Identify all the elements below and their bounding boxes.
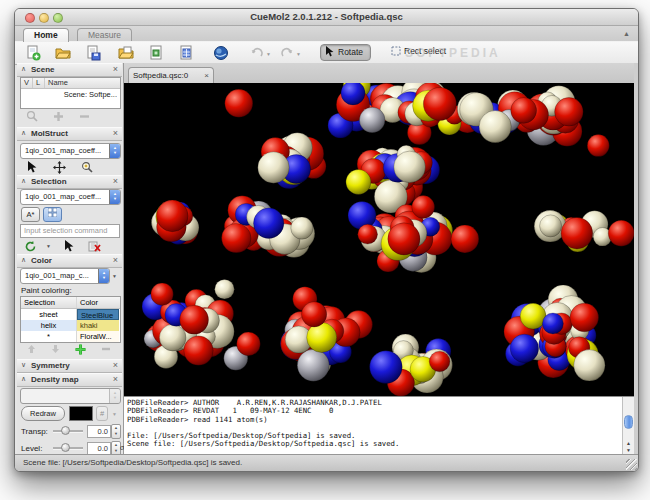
scroll-down-icon[interactable]: ▼ (623, 447, 634, 453)
density-dropdown[interactable]: ▲▼ (20, 388, 121, 404)
paint-table-header: SelectionColor (21, 297, 120, 309)
panel-close-icon[interactable]: × (113, 255, 118, 265)
level-slider[interactable] (53, 443, 83, 452)
ribbon-collapse-icon[interactable]: ▲ (623, 30, 630, 37)
collapse-icon[interactable]: ∧ (21, 375, 26, 383)
hash-button[interactable]: # (96, 406, 108, 421)
open-file-icon[interactable] (118, 45, 134, 61)
redo-dropdown-icon[interactable]: ▼ (296, 51, 301, 57)
density-menu-icon[interactable]: ▼ (112, 411, 117, 417)
collapse-icon[interactable]: ∧ (21, 65, 26, 73)
paint-row-star[interactable]: *FloralW... (21, 331, 120, 342)
color-dropdown[interactable]: 1qio_001_map_c... ▲▼ (20, 268, 110, 284)
viewport-tab[interactable]: Softpedia.qsc:0 × (128, 67, 214, 83)
tab-measure[interactable]: Measure (77, 28, 132, 42)
panel-close-icon[interactable]: × (113, 128, 118, 138)
undo-icon[interactable] (249, 45, 265, 61)
panel-header-symmetry[interactable]: ∨ Symmetry × (17, 359, 122, 373)
rotate-button[interactable]: Rotate (320, 44, 371, 61)
stepper-icon[interactable]: ▲▼ (109, 144, 120, 158)
panel-header-selection[interactable]: ∧ Selection × (17, 175, 122, 189)
panel-header-color[interactable]: ∧ Color × (17, 254, 122, 268)
resize-grip[interactable] (626, 459, 637, 470)
title-bar[interactable]: CueMol2 2.0.1.212 - Softpedia.qsc (15, 9, 638, 26)
molstruct-dropdown[interactable]: 1qio_001_map_coeff... ▲▼ (20, 143, 121, 159)
panel-title: MolStruct (31, 129, 68, 138)
status-bar: Scene file: [/Users/Softpedia/Desktop/So… (15, 454, 638, 471)
log-scrollbar[interactable]: ▲ ▼ (622, 397, 634, 455)
open-scene-icon[interactable] (55, 45, 71, 61)
tab-home[interactable]: Home (23, 28, 69, 42)
paint-row-sheet[interactable]: sheetSteelBlue (21, 309, 120, 320)
scene-toolbar (21, 110, 119, 125)
zoom-icon[interactable] (21, 110, 43, 128)
status-text: Scene file: [/Users/Softpedia/Desktop/So… (23, 458, 242, 467)
transp-value[interactable]: 0.0 (87, 425, 111, 438)
dropdown-value: 1qio_001_map_coeff... (25, 192, 101, 201)
scene-tree-header: VLName (21, 78, 120, 89)
rect-select-button[interactable]: Rect select (387, 44, 452, 59)
stepper-icon[interactable]: ▲▼ (109, 190, 120, 204)
molecule-render (124, 83, 634, 396)
density-color-swatch[interactable] (69, 406, 93, 421)
grid-select-toggle[interactable] (43, 207, 62, 222)
panel-close-icon[interactable]: × (113, 176, 118, 186)
redo-icon[interactable] (279, 45, 295, 61)
add-icon[interactable] (47, 110, 69, 128)
atom-select-toggle[interactable]: A* (21, 207, 40, 222)
panel-close-icon[interactable]: × (113, 374, 118, 384)
save-scene-icon[interactable] (85, 45, 101, 61)
collapse-icon[interactable]: ∧ (21, 129, 26, 137)
transp-spinner[interactable]: ▲▼ (111, 424, 121, 439)
scrollbar-thumb[interactable] (624, 415, 633, 429)
selection-toolbar: ▼ (21, 240, 119, 255)
color-value-cell: SteelBlue (77, 309, 119, 320)
viewport-tab-label: Softpedia.qsc:0 (133, 71, 188, 80)
level-label: Level: (21, 444, 42, 453)
log-area[interactable]: PDBFileReader> AUTHOR A.R.REN,K.R.RAJASH… (124, 396, 634, 455)
paint-coloring-label: Paint coloring: (21, 286, 72, 295)
cursor-arrow-icon (325, 46, 335, 62)
panel-header-scene[interactable]: ∧ Scene × (17, 63, 122, 77)
color-menu-icon[interactable]: ▼ (112, 273, 117, 279)
log-text: PDBFileReader> AUTHOR A.R.REN,K.R.RAJASH… (127, 399, 620, 449)
scene-tree[interactable]: VLName Scene: Softpe... (20, 77, 121, 109)
panel-title: Symmetry (31, 361, 70, 370)
dropdown-value: 1qio_001_map_c... (25, 271, 89, 280)
render-globe-icon[interactable] (213, 45, 229, 61)
new-scene-icon[interactable] (25, 45, 41, 61)
undo-dropdown-icon[interactable]: ▼ (266, 51, 271, 57)
collapse-icon[interactable]: ∧ (21, 177, 26, 185)
stepper-icon[interactable]: ▲▼ (109, 389, 120, 403)
scene-tree-row[interactable]: Scene: Softpe... (21, 89, 120, 100)
redraw-button[interactable]: Redraw (21, 406, 65, 421)
viewport-tabbar: Softpedia.qsc:0 × (124, 63, 634, 84)
panel-header-density[interactable]: ∧ Density map × (17, 373, 122, 387)
close-tab-icon[interactable]: × (204, 68, 209, 84)
panel-title: Scene (31, 65, 55, 74)
panel-close-icon[interactable]: × (113, 64, 118, 74)
document-table-icon[interactable] (178, 45, 194, 61)
rect-select-icon (391, 46, 401, 61)
selection-command-input[interactable]: Input selection command (20, 224, 120, 238)
dropdown-value: 1qio_001_map_coeff... (25, 146, 101, 155)
remove-icon[interactable] (74, 110, 96, 128)
panel-header-molstruct[interactable]: ∧ MolStruct × (17, 127, 122, 141)
molecule-viewport[interactable] (124, 83, 634, 396)
scroll-up-icon[interactable]: ▲ (623, 440, 634, 446)
transp-slider[interactable] (53, 426, 83, 435)
window-title: CueMol2 2.0.1.212 - Softpedia.qsc (15, 11, 638, 22)
paint-row-helix[interactable]: helixkhaki (21, 320, 120, 331)
selection-dropdown[interactable]: 1qio_001_map_coeff... ▲▼ (20, 189, 121, 205)
panel-close-icon[interactable]: × (113, 360, 118, 370)
collapse-icon[interactable]: ∧ (21, 256, 26, 264)
stepper-icon[interactable]: ▲▼ (98, 269, 109, 283)
rect-select-label: Rect select (404, 46, 446, 56)
embed-document-icon[interactable] (148, 45, 164, 61)
ribbon-tabstrip: Home Measure ▲ (15, 26, 638, 41)
collapse-icon[interactable]: ∨ (21, 361, 26, 369)
refresh-dropdown-icon[interactable]: ▼ (43, 240, 53, 253)
color-toolbar (21, 343, 119, 358)
panel-title: Density map (31, 375, 79, 384)
rotate-label: Rotate (338, 47, 363, 57)
